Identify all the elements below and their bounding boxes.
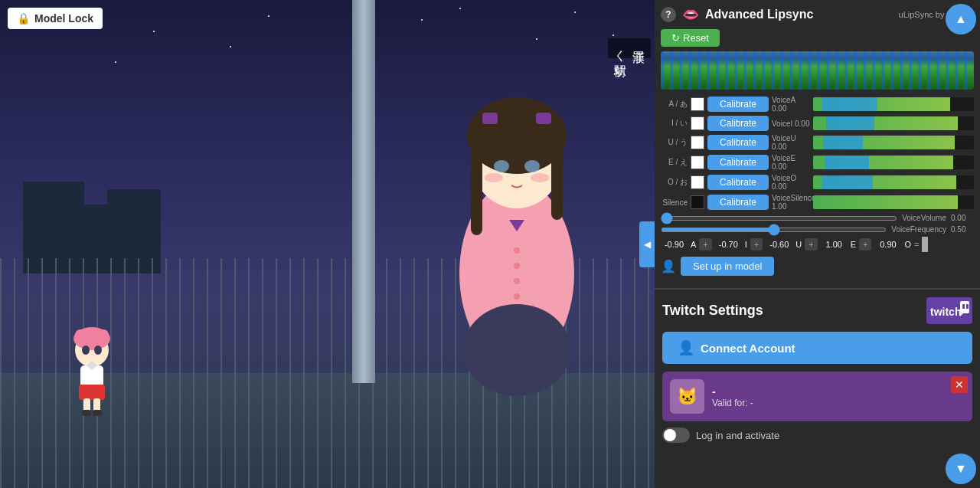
toggle-knob [664, 429, 676, 441]
account-avatar: 🐱 [670, 379, 704, 414]
phoneme-handle[interactable] [922, 237, 928, 252]
voice-swatch-e[interactable] [691, 156, 704, 169]
svg-point-9 [524, 160, 540, 172]
voice-label-u: U / う [661, 137, 688, 148]
voice-swatch-i[interactable] [691, 116, 704, 130]
svg-rect-7 [536, 113, 551, 124]
connect-account-label: Connect Account [701, 342, 795, 355]
star [574, 11, 576, 13]
frequency-label: VoiceFrequency [891, 225, 946, 234]
svg-rect-17 [79, 385, 105, 400]
help-button[interactable]: ? [661, 7, 676, 22]
login-label: Log in and activate [696, 430, 779, 441]
voice-row-i: I / い Calibrate VoiceI 0.00 [661, 116, 974, 131]
calibrate-btn-silence[interactable]: Calibrate [707, 195, 769, 210]
account-close-button[interactable]: ✕ [951, 376, 968, 393]
login-toggle[interactable] [662, 427, 690, 443]
voice-row-o: O / お Calibrate VoiceO 0.00 [661, 174, 974, 191]
japanese-text: 漢罪 く駅前 [608, 38, 651, 58]
svg-rect-5 [551, 136, 563, 220]
calibrate-btn-u[interactable]: Calibrate [707, 135, 769, 150]
calibrate-btn-o[interactable]: Calibrate [707, 175, 769, 190]
voice-row-e: E / え Calibrate VoiceE 0.00 [661, 154, 974, 171]
calibrate-btn-i[interactable]: Calibrate [707, 116, 769, 131]
svg-point-10 [485, 173, 503, 182]
calibrate-btn-a[interactable]: Calibrate [707, 97, 769, 112]
reset-button[interactable]: ↻ Reset [661, 29, 720, 47]
star [421, 19, 423, 21]
voice-swatch-u[interactable] [691, 136, 704, 149]
lipsync-title: Advanced Lipsync [705, 8, 813, 21]
star [612, 34, 614, 36]
voice-label-o: O / お [661, 177, 688, 188]
lip-icon: 👄 [682, 6, 699, 23]
volume-slider[interactable] [661, 216, 897, 221]
chibi-character [65, 327, 119, 419]
frequency-slider[interactable] [661, 228, 887, 232]
svg-point-11 [531, 173, 549, 182]
pole [352, 0, 375, 383]
calibrate-btn-e[interactable]: Calibrate [707, 155, 769, 170]
avatar-icon: 🐱 [677, 387, 697, 407]
twitch-logo: twitch [926, 297, 972, 324]
svg-rect-32 [966, 304, 969, 309]
model-lock-label: Model Lock [34, 12, 93, 25]
phoneme-plus-e[interactable]: + [859, 238, 871, 251]
character-sprite [421, 44, 612, 427]
star [230, 46, 231, 47]
phoneme-val-u: -0.60 [766, 240, 792, 249]
svg-point-12 [514, 247, 520, 254]
login-row: Log in and activate [662, 427, 972, 443]
volume-label: VoiceVolume [902, 214, 946, 222]
voice-bar-u [813, 136, 974, 149]
voice-value-o: VoiceO 0.00 [772, 174, 810, 191]
phoneme-plus-u[interactable]: + [805, 238, 817, 251]
connect-account-button[interactable]: 👤 Connect Account [662, 332, 972, 364]
svg-point-23 [94, 346, 102, 355]
voice-value-u: VoiceU 0.00 [772, 134, 810, 151]
voice-bar-silence [813, 195, 974, 209]
account-name: - [712, 385, 965, 398]
frequency-row: VoiceFrequency 0.50 [661, 225, 974, 234]
voice-value-e: VoiceE 0.00 [772, 154, 810, 171]
spectrum-display [661, 51, 974, 90]
volume-value: 0.00 [951, 214, 974, 222]
model-lock-badge[interactable]: 🔒 Model Lock [8, 8, 103, 29]
setup-model-button[interactable]: Set up in model [681, 257, 774, 276]
arrow-up-icon: ▲ [955, 12, 967, 26]
svg-point-1 [463, 304, 570, 396]
phoneme-e: E [851, 240, 856, 249]
lipsync-panel: ? 👄 Advanced Lipsync uLipSync by hecomi … [655, 0, 980, 288]
star [153, 31, 155, 32]
svg-point-20 [75, 329, 86, 340]
voice-swatch-o[interactable] [691, 175, 704, 189]
frequency-value: 0.50 [951, 225, 974, 234]
voice-swatch-silence[interactable] [691, 195, 704, 209]
phoneme-o: O [904, 240, 911, 249]
phoneme-plus-i[interactable]: + [750, 238, 763, 251]
side-arrow-icon: ◀ [644, 239, 651, 250]
voice-label-e: E / え [661, 157, 688, 168]
phoneme-i: I [745, 240, 747, 249]
person-connect-icon: 👤 [678, 339, 694, 356]
scroll-up-button[interactable]: ▲ [946, 4, 976, 34]
voice-bar-o [813, 175, 974, 189]
scroll-down-button[interactable]: ▼ [946, 454, 976, 484]
svg-rect-4 [471, 136, 482, 235]
svg-point-14 [514, 278, 520, 284]
svg-point-22 [82, 346, 90, 355]
phoneme-plus-a[interactable]: + [699, 238, 711, 251]
voice-value-i: VoiceI 0.00 [772, 120, 810, 128]
svg-point-13 [514, 263, 520, 269]
svg-text:twitch: twitch [930, 306, 961, 318]
setup-model-row: 👤 Set up in model [661, 257, 974, 276]
svg-rect-6 [482, 113, 498, 124]
voice-row-u: U / う Calibrate VoiceU 0.00 [661, 134, 974, 151]
side-panel-toggle[interactable]: ◀ [639, 221, 655, 267]
voice-row-silence: Silence Calibrate VoiceSilence 1.00 [661, 194, 974, 211]
svg-rect-26 [82, 410, 91, 416]
lock-icon: 🔒 [17, 12, 30, 25]
account-info-box: 🐱 - Valid for: - ✕ [662, 372, 972, 421]
voice-swatch-a[interactable] [691, 97, 704, 111]
voice-value-silence: VoiceSilence 1.00 [772, 194, 810, 211]
